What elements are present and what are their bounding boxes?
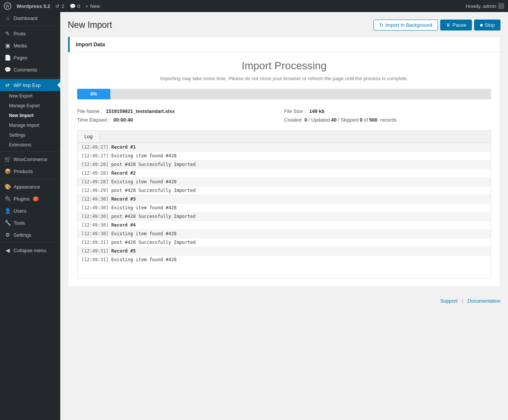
log-time: [12:49:31]	[81, 240, 111, 245]
pause-label: Pause	[453, 22, 467, 28]
progress-bar: 8%	[77, 89, 110, 99]
site-name: Wordpress 5.2	[17, 3, 50, 9]
processing-title: Import Processing	[77, 60, 491, 72]
log-time: [12:49:31]	[81, 248, 111, 254]
sidebar-item-plugins[interactable]: 🔌 Plugins 2	[0, 193, 60, 205]
sidebar-item-pages[interactable]: 📄 Pages	[0, 52, 60, 64]
comments-icon: 💬	[70, 3, 76, 9]
time-elapsed-section: Time Elapsed : 00:00:40	[77, 117, 284, 123]
woocommerce-icon: 🛒	[5, 156, 11, 162]
sidebar-item-comments[interactable]: 💬 Comments	[0, 64, 60, 76]
log-text: post #428 Successfully Imported	[111, 240, 195, 245]
sidebar-item-posts[interactable]: ✎ Posts	[0, 27, 60, 40]
sidebar-item-appearance[interactable]: 🎨 Appearance	[0, 181, 60, 193]
log-entry: [12:49:31] post #428 Successfully Import…	[78, 238, 491, 247]
log-text: Record #5	[111, 248, 136, 254]
plugins-icon: 🔌	[5, 196, 11, 202]
sidebar-subitem-manage-import[interactable]: Manage Import	[0, 120, 60, 130]
sidebar-item-dashboard[interactable]: ⌂ Dashboard	[0, 12, 60, 24]
sidebar-item-wp-imp-exp[interactable]: ⇄ WP Imp Exp	[0, 79, 60, 91]
pause-button[interactable]: ⏸ Pause	[440, 20, 472, 30]
log-entry: [12:49:30] Existing item found #428	[78, 230, 491, 238]
sidebar-item-woocommerce[interactable]: 🛒 WooCommerce	[0, 153, 60, 165]
sidebar-item-label: Plugins	[14, 196, 30, 202]
revisions-item[interactable]: ↺ 2	[55, 3, 64, 9]
collapse-icon: ◀	[5, 247, 11, 253]
sidebar-subitem-new-import[interactable]: New Import	[0, 111, 60, 120]
log-entry: [12:49:30] Record #4	[78, 221, 491, 230]
page-title: New Import	[68, 20, 112, 30]
active-arrow	[57, 82, 60, 88]
log-entry: [12:49:27] Existing item found #428	[78, 152, 491, 160]
created-value: 0	[304, 117, 307, 123]
new-label: New	[90, 3, 100, 9]
updated-value: 40	[331, 117, 336, 123]
processing-subtitle: Importing may take some time. Please do …	[77, 76, 491, 81]
created-label: Created	[284, 117, 302, 123]
sidebar-item-label: Pages	[14, 55, 27, 61]
new-export-label: New Export	[9, 93, 32, 99]
sidebar-subitem-extensions[interactable]: Extensions	[0, 140, 60, 150]
plugins-badge: 2	[33, 196, 39, 201]
log-time: [12:49:28]	[81, 162, 111, 167]
revisions-icon: ↺	[55, 3, 59, 9]
sidebar-item-label: WooCommerce	[14, 157, 47, 162]
pause-icon: ⏸	[446, 22, 451, 28]
sidebar-subitem-settings[interactable]: Settings	[0, 130, 60, 140]
new-item[interactable]: + New	[85, 3, 100, 9]
sidebar-item-label: WP Imp Exp	[14, 82, 41, 88]
main-content: New Import ↻ Import In Background ⏸ Paus…	[60, 12, 508, 420]
sidebar-subitem-manage-export[interactable]: Manage Export	[0, 101, 60, 111]
user-avatar	[498, 3, 504, 9]
file-info-row: File Name : 1519159821_teststandart.xlsx…	[77, 108, 491, 114]
log-entry: [12:49:30] Record #3	[78, 195, 491, 204]
file-name-section: File Name : 1519159821_teststandart.xlsx	[77, 108, 284, 114]
import-background-button[interactable]: ↻ Import In Background	[374, 20, 438, 30]
posts-icon: ✎	[5, 30, 11, 37]
skipped-value: 0	[360, 117, 362, 123]
revisions-count: 2	[61, 3, 64, 9]
records-section: Created 0 / Updated 40 / Skipped 0 of 50…	[284, 117, 491, 123]
site-name-item[interactable]: Wordpress 5.2	[17, 3, 50, 9]
sidebar-item-collapse[interactable]: ◀ Collapse menu	[0, 244, 60, 256]
of-label: of	[364, 117, 369, 123]
comments-icon: 💬	[5, 67, 11, 73]
wp-logo-item[interactable]: W	[4, 2, 11, 10]
sidebar-item-settings[interactable]: ⚙ Settings	[0, 229, 60, 241]
sidebar: ⌂ Dashboard ✎ Posts ▣ Media 📄 Pages 💬 Co…	[0, 12, 60, 420]
footer-separator: |	[462, 298, 463, 304]
stop-button[interactable]: ■ Stop	[474, 20, 500, 30]
sidebar-item-media[interactable]: ▣ Media	[0, 40, 60, 52]
support-link[interactable]: Support	[440, 298, 458, 304]
log-entry: [12:49:27] Record #1	[78, 143, 491, 152]
sidebar-subitem-new-export[interactable]: New Export	[0, 91, 60, 101]
log-text: Existing item found #428	[111, 179, 176, 184]
wp-imp-exp-icon: ⇄	[5, 82, 11, 88]
admin-bar: W Wordpress 5.2 ↺ 2 💬 0 + New Howdy, adm…	[0, 0, 508, 12]
sidebar-item-label: Posts	[14, 31, 26, 37]
comments-count: 0	[78, 3, 80, 9]
file-name-value: 1519159821_teststandart.xlsx	[106, 108, 175, 114]
log-time: [12:49:30]	[81, 231, 111, 236]
appearance-icon: 🎨	[5, 184, 11, 190]
sidebar-item-users[interactable]: 👤 Users	[0, 205, 60, 217]
sidebar-item-label: Settings	[14, 232, 31, 238]
log-text: post #428 Successfully Imported	[111, 214, 195, 219]
sidebar-item-products[interactable]: 📦 Products	[0, 165, 60, 177]
log-tab[interactable]: Log	[78, 131, 100, 143]
dashboard-icon: ⌂	[5, 15, 11, 21]
separator2: / Skipped	[338, 117, 360, 123]
file-size-section: File Size : 149 kb	[284, 108, 491, 114]
documentation-link[interactable]: Documentation	[468, 298, 500, 304]
log-entry: [12:49:30] post #428 Successfully Import…	[78, 212, 491, 221]
log-entry: [12:49:31] Existing item found #428	[78, 256, 491, 264]
comments-item[interactable]: 💬 0	[70, 3, 80, 9]
file-size-value: 149 kb	[309, 108, 324, 114]
sidebar-item-label: Users	[14, 208, 26, 214]
sidebar-item-label: Collapse menu	[14, 248, 46, 253]
log-entry: [12:49:28] post #428 Successfully Import…	[78, 160, 491, 169]
log-body[interactable]: [12:49:27] Record #1[12:49:27] Existing …	[78, 143, 491, 278]
log-time: [12:49:31]	[81, 257, 111, 262]
sidebar-item-tools[interactable]: 🔧 Tools	[0, 217, 60, 229]
file-name-label: File Name :	[77, 108, 102, 114]
